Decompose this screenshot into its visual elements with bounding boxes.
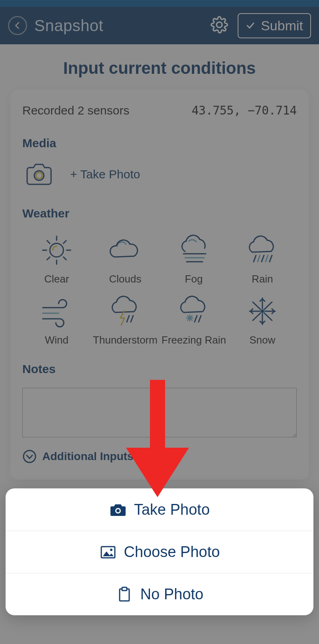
sheet-item-label: No Photo xyxy=(140,586,203,603)
sheet-take-photo[interactable]: Take Photo xyxy=(6,488,313,531)
sheet-item-label: Choose Photo xyxy=(124,543,220,561)
svg-point-34 xyxy=(116,509,120,512)
svg-rect-38 xyxy=(122,587,127,591)
sheet-no-photo[interactable]: No Photo xyxy=(6,573,313,615)
clipboard-icon xyxy=(116,586,133,603)
photo-action-sheet: Take Photo Choose Photo No Photo xyxy=(6,488,313,615)
camera-icon xyxy=(109,501,127,518)
image-icon xyxy=(99,543,117,561)
sheet-item-label: Take Photo xyxy=(134,501,210,518)
sheet-choose-photo[interactable]: Choose Photo xyxy=(6,531,313,573)
svg-point-36 xyxy=(110,549,112,551)
